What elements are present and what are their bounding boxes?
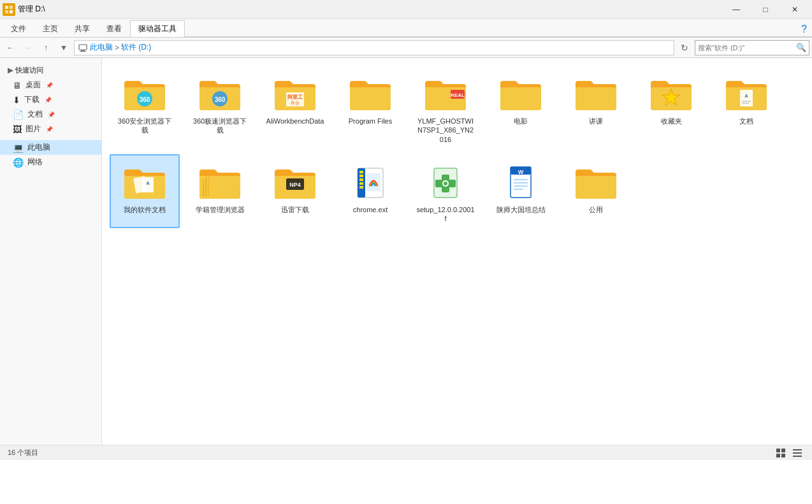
folder-icon-favorites <box>646 71 697 117</box>
svg-rect-32 <box>359 175 363 177</box>
file-item-sxdoc[interactable]: W 陕师大国培总结 <box>486 154 556 229</box>
file-item-thunder[interactable]: NP4 迅雷下载 <box>260 154 330 229</box>
file-item-lecture[interactable]: 讲课 <box>561 66 631 149</box>
search-box: 🔍 <box>695 40 809 55</box>
file-label: 学籍管理浏览器 <box>196 205 245 214</box>
sidebar-item-downloads[interactable]: ⬇ 下载 📌 <box>0 92 101 107</box>
doc-icon-sxdoc: W <box>495 159 546 205</box>
svg-rect-4 <box>79 45 87 50</box>
svg-rect-51 <box>776 454 780 457</box>
tab-view[interactable]: 查看 <box>98 20 130 37</box>
folder-icon-ylmf: REAL <box>420 71 471 117</box>
folder-icon-documents: A <box>721 71 772 117</box>
quickaccess-chevron-icon: ▶ <box>8 66 13 74</box>
svg-rect-49 <box>776 449 780 452</box>
address-breadcrumb[interactable]: 此电脑 > 软件 (D:) <box>74 40 674 55</box>
desktop-icon: 🖥 <box>13 80 22 90</box>
file-item-mysoftwaredocs[interactable]: A 我的软件文档 <box>110 154 180 229</box>
sidebar-item-desktop[interactable]: 🖥 桌面 📌 <box>0 78 101 92</box>
svg-rect-3 <box>10 10 13 13</box>
help-icon[interactable]: ? <box>801 24 807 35</box>
content-area: 360 360安全浏览器下载 360 360极速浏览器下载 <box>102 58 812 445</box>
sidebar-item-label: 网络 <box>27 157 43 168</box>
exe-icon-setup <box>420 159 471 205</box>
svg-text:作台: 作台 <box>290 101 300 105</box>
folder-icon-lecture <box>570 71 621 117</box>
svg-text:REAL: REAL <box>451 92 465 98</box>
title-bar-left: 管理 D:\ <box>3 3 45 16</box>
pin-icon: 📌 <box>46 126 53 133</box>
file-label: 公用 <box>589 205 603 214</box>
file-label: 360极速浏览器下载 <box>190 117 250 135</box>
breadcrumb-drive[interactable]: 软件 (D:) <box>121 42 151 53</box>
search-input[interactable] <box>698 44 796 52</box>
file-item-movies[interactable]: 电影 <box>486 66 556 149</box>
svg-text:NP4: NP4 <box>289 182 301 188</box>
pin-icon: 📌 <box>48 112 55 118</box>
file-label: 陕师大国培总结 <box>497 205 546 214</box>
sidebar-item-documents[interactable]: 📄 文档 📌 <box>0 107 101 122</box>
svg-text:360: 360 <box>140 96 150 103</box>
svg-rect-0 <box>5 6 8 9</box>
up-button[interactable]: ↑ <box>38 40 54 55</box>
file-grid: 360 360安全浏览器下载 360 360极速浏览器下载 <box>110 66 804 228</box>
svg-text:阿里工: 阿里工 <box>287 94 303 100</box>
file-label: 迅雷下载 <box>281 205 309 214</box>
tab-home[interactable]: 主页 <box>34 20 66 37</box>
file-label: 360安全浏览器下载 <box>115 117 175 135</box>
title-bar-title: 管理 D:\ <box>18 4 45 15</box>
ribbon: 文件 主页 共享 查看 驱动器工具 ? <box>0 19 812 38</box>
folder-icon-gongyong <box>570 159 621 205</box>
breadcrumb-computer[interactable]: 此电脑 <box>90 42 113 53</box>
archive-icon-chromeext <box>345 159 396 205</box>
file-label: Program Files <box>349 117 392 126</box>
svg-rect-31 <box>359 171 363 173</box>
minimize-button[interactable]: — <box>721 0 751 19</box>
svg-rect-34 <box>359 182 363 185</box>
view-grid-button[interactable] <box>774 446 788 460</box>
svg-text:W: W <box>518 169 524 175</box>
title-bar-controls: — □ ✕ <box>721 0 809 19</box>
recent-locations-button[interactable]: ▼ <box>56 40 71 55</box>
file-item-favorites[interactable]: 收藏夹 <box>636 66 706 149</box>
refresh-button[interactable]: ↻ <box>677 40 692 55</box>
app-icon <box>3 3 15 16</box>
file-item-360safe[interactable]: 360 360安全浏览器下载 <box>110 66 180 149</box>
tab-share[interactable]: 共享 <box>66 20 98 37</box>
file-item-ylmf[interactable]: REAL YLMF_GHOSTWIN7SP1_X86_YN2016 <box>410 66 481 149</box>
sidebar: ▶快速访问 🖥 桌面 📌 ⬇ 下载 📌 📄 文档 📌 🖼 图片 📌 💻 此电脑 <box>0 58 102 445</box>
file-item-setup[interactable]: setup_12.0.0.2001f <box>410 154 481 229</box>
status-bar: 16 个项目 <box>0 445 812 460</box>
sidebar-item-network[interactable]: 🌐 网络 <box>0 155 101 169</box>
view-controls <box>774 446 804 460</box>
sidebar-quickaccess-header[interactable]: ▶快速访问 <box>0 63 101 78</box>
file-item-programfiles[interactable]: Program Files <box>335 66 405 149</box>
file-item-gongyon[interactable]: 公用 <box>561 154 631 229</box>
file-item-chromeext[interactable]: chrome.ext <box>335 154 405 229</box>
file-label: 收藏夹 <box>661 117 682 126</box>
file-item-aliworkbench[interactable]: 阿里工 作台 AliWorkbenchData <box>260 66 330 149</box>
maximize-button[interactable]: □ <box>751 0 780 19</box>
file-item-documents2[interactable]: A 文档 <box>711 66 781 149</box>
svg-rect-35 <box>359 186 363 189</box>
back-button[interactable]: ← <box>3 40 18 55</box>
sidebar-item-thispc[interactable]: 💻 此电脑 <box>0 140 101 155</box>
sidebar-item-pictures[interactable]: 🖼 图片 📌 <box>0 122 101 136</box>
file-item-xuejibrowser[interactable]: 学籍管理浏览器 <box>185 154 255 229</box>
svg-rect-55 <box>793 456 802 457</box>
close-button[interactable]: ✕ <box>780 0 809 19</box>
tab-drivertools[interactable]: 驱动器工具 <box>130 20 185 37</box>
forward-button[interactable]: → <box>20 40 36 55</box>
svg-rect-52 <box>781 454 785 457</box>
sidebar-item-label: 桌面 <box>25 80 41 90</box>
file-label: 文档 <box>739 117 753 126</box>
view-list-button[interactable] <box>790 446 804 460</box>
file-label: 讲课 <box>589 117 603 126</box>
folder-icon-programfiles <box>345 71 396 117</box>
tab-file[interactable]: 文件 <box>3 20 34 37</box>
pin-icon: 📌 <box>45 97 52 103</box>
pin-icon: 📌 <box>46 82 53 89</box>
svg-point-41 <box>444 182 447 185</box>
file-item-360speed[interactable]: 360 360极速浏览器下载 <box>185 66 255 149</box>
folder-icon-xueji <box>194 159 245 205</box>
